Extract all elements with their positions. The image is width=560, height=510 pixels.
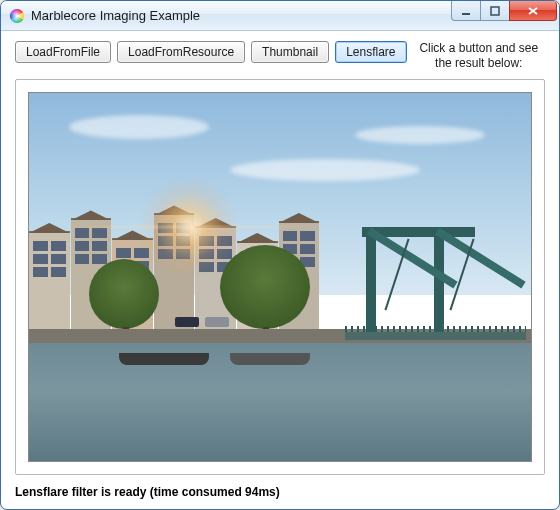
status-prefix: Lensflare filter is ready (time consumed: [15, 485, 245, 499]
load-from-file-button[interactable]: LoadFromFile: [15, 41, 111, 63]
scene-placeholder: [29, 93, 531, 461]
svg-rect-2: [491, 7, 499, 15]
window-controls: [452, 1, 557, 21]
toolbar: LoadFromFile LoadFromResource Thumbnail …: [15, 41, 545, 71]
svg-rect-1: [462, 13, 470, 15]
window-title: Marblecore Imaging Example: [31, 8, 200, 23]
status-suffix: ): [276, 485, 280, 499]
close-icon: [527, 6, 539, 16]
thumbnail-button[interactable]: Thumbnail: [251, 41, 329, 63]
load-from-resource-button[interactable]: LoadFromResource: [117, 41, 245, 63]
toolbar-hint: Click a button and see the result below:: [413, 41, 546, 71]
color-wheel-icon: [9, 8, 25, 24]
titlebar[interactable]: Marblecore Imaging Example: [1, 1, 559, 31]
drawbridge: [345, 214, 516, 339]
minimize-button[interactable]: [451, 1, 481, 21]
svg-point-0: [10, 9, 24, 23]
app-window: Marblecore Imaging Example LoadFromFile …: [0, 0, 560, 510]
minimize-icon: [461, 6, 471, 16]
lensflare-button[interactable]: Lensflare: [335, 41, 406, 63]
maximize-icon: [490, 6, 500, 16]
status-time: 94ms: [245, 485, 276, 499]
close-button[interactable]: [509, 1, 557, 21]
maximize-button[interactable]: [480, 1, 510, 21]
client-area: LoadFromFile LoadFromResource Thumbnail …: [1, 31, 559, 509]
result-frame: [15, 79, 545, 475]
image-view: [28, 92, 532, 462]
status-text: Lensflare filter is ready (time consumed…: [15, 485, 545, 499]
